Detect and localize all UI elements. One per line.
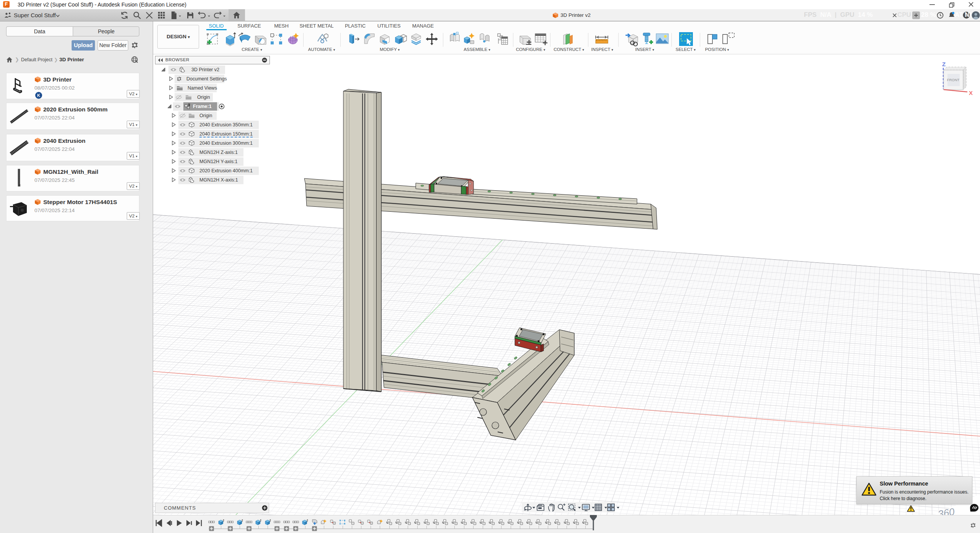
svg-text:Z: Z — [942, 61, 946, 67]
svg-text:X: X — [969, 90, 973, 96]
svg-text:FRONT: FRONT — [947, 78, 960, 82]
